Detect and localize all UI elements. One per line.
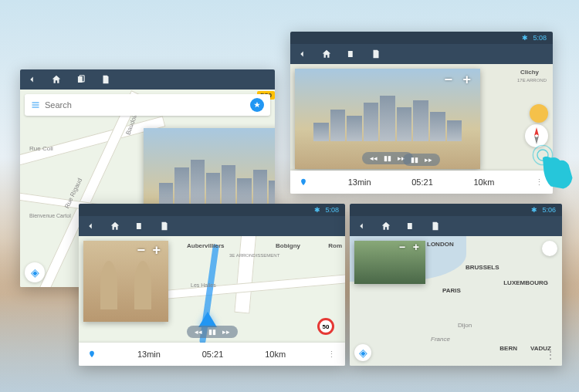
- next-icon[interactable]: ▸▸: [222, 328, 230, 336]
- place-label: France: [431, 336, 450, 343]
- media-controls[interactable]: ◂◂ ▮▮ ▸▸: [187, 326, 238, 338]
- zoom-out[interactable]: −: [137, 242, 145, 259]
- pin-icon: [300, 178, 307, 186]
- home-icon[interactable]: [321, 49, 332, 59]
- search-input[interactable]: [45, 100, 245, 110]
- nav-screen-europe: ✱ 5:06 LONDON BRUSSELS PARIS LUXEMBOURG …: [350, 204, 562, 366]
- place-label: Dijon: [458, 322, 472, 329]
- speed-limit: 50: [317, 318, 334, 335]
- play-icon[interactable]: ▮▮: [384, 154, 391, 162]
- distance: 10km: [265, 350, 286, 359]
- back-icon[interactable]: [356, 221, 367, 231]
- place-label: Aubervilliers: [187, 242, 224, 249]
- search-bar[interactable]: [25, 94, 270, 116]
- recent-icon[interactable]: [76, 74, 86, 85]
- navbar: [20, 69, 275, 90]
- status-bar: ✱ 5:08: [290, 32, 553, 44]
- bluetooth-icon: ✱: [314, 206, 320, 214]
- nav-screen-video: ✱ 5:08 Clichy 17E ARROND − + ◂◂: [290, 32, 553, 194]
- compass[interactable]: [542, 241, 557, 256]
- duration: 13min: [348, 177, 371, 187]
- duration: 13min: [137, 350, 161, 359]
- place-label: Bobigny: [276, 242, 300, 249]
- bluetooth-icon: ✱: [531, 206, 537, 214]
- pip-overlay[interactable]: − +: [354, 241, 425, 284]
- back-icon[interactable]: [26, 74, 37, 85]
- svg-rect-3: [137, 223, 141, 229]
- arr-label: 3E ARRONDISSEMENT: [229, 253, 279, 258]
- street-label: Rue Coli: [29, 145, 53, 152]
- clock: 5:08: [533, 34, 547, 42]
- arr-label: 17E ARROND: [517, 78, 547, 83]
- city-label: BRUSSELS: [466, 264, 499, 271]
- prev-icon[interactable]: ◂◂: [195, 328, 202, 336]
- map-view[interactable]: LONDON BRUSSELS PARIS LUXEMBOURG BERN VA…: [350, 236, 562, 366]
- zoom-out[interactable]: −: [444, 72, 452, 88]
- pip-overlay[interactable]: − + ◂◂ ▮▮ ▸▸: [295, 69, 480, 169]
- sd-icon[interactable]: [100, 74, 111, 85]
- media-controls-2[interactable]: ▮▮ ▸▸: [403, 154, 440, 166]
- home-icon[interactable]: [381, 221, 391, 231]
- recent-icon[interactable]: [134, 221, 145, 231]
- bookmark-button[interactable]: [250, 98, 264, 112]
- play-icon[interactable]: ▮▮: [411, 156, 418, 164]
- recent-icon[interactable]: [405, 221, 416, 231]
- hood-label: Les Halles: [191, 282, 216, 288]
- city-label: PARIS: [442, 287, 461, 294]
- eta: 05:21: [202, 350, 224, 359]
- svg-rect-2: [348, 51, 353, 57]
- city-label: LUXEMBOURG: [503, 279, 548, 286]
- sd-icon[interactable]: [371, 49, 381, 59]
- eta: 05:21: [411, 177, 433, 187]
- home-icon[interactable]: [51, 74, 62, 85]
- clock: 5:06: [542, 206, 556, 214]
- locate-button[interactable]: ◈: [354, 344, 371, 361]
- map-label: Bienvenue Cartol: [29, 213, 71, 218]
- bluetooth-icon: ✱: [522, 34, 528, 42]
- touch-hand-graphic: [527, 139, 579, 193]
- play-icon[interactable]: ▮▮: [208, 328, 216, 336]
- home-icon[interactable]: [110, 221, 120, 231]
- nav-bottom-bar: 13min 05:21 10km ⋮: [79, 343, 345, 366]
- city-label: LONDON: [427, 241, 454, 248]
- sd-icon[interactable]: [430, 221, 441, 231]
- place-label: Rom: [328, 242, 342, 249]
- zoom-out[interactable]: −: [399, 241, 405, 253]
- locate-button[interactable]: ◈: [25, 262, 45, 282]
- zoom-in[interactable]: +: [462, 72, 471, 88]
- navbar: [350, 216, 562, 236]
- status-bar: ✱ 5:06: [350, 204, 562, 216]
- nav-arrow: [198, 312, 217, 327]
- sd-icon[interactable]: [159, 221, 170, 231]
- menu-icon[interactable]: [31, 100, 40, 110]
- next-icon[interactable]: ▸▸: [425, 156, 432, 164]
- more-icon[interactable]: ⋮: [545, 349, 556, 361]
- nav-bottom-bar: 13min 05:21 10km ⋮: [290, 171, 553, 194]
- clock: 5:08: [325, 206, 339, 214]
- zoom-in[interactable]: +: [413, 241, 419, 253]
- suburb-label: Clichy: [520, 69, 539, 76]
- back-icon[interactable]: [85, 221, 96, 231]
- svg-rect-4: [408, 223, 412, 229]
- zoom-in[interactable]: +: [152, 242, 161, 259]
- pip-overlay[interactable]: − +: [83, 241, 168, 322]
- pin-icon: [88, 350, 96, 358]
- navbar: [290, 44, 553, 64]
- city-label: BERN: [499, 345, 517, 352]
- recent-icon[interactable]: [346, 49, 357, 59]
- prev-icon[interactable]: ◂◂: [370, 154, 378, 162]
- back-icon[interactable]: [296, 49, 307, 59]
- navbar: [79, 216, 345, 236]
- target-button[interactable]: [530, 104, 548, 123]
- nav-screen-route: ✱ 5:08 Aubervilliers Bobigny Rom 3E ARRO…: [79, 204, 345, 366]
- distance: 10km: [473, 177, 494, 187]
- more-icon[interactable]: ⋮: [327, 350, 336, 360]
- status-bar: ✱ 5:08: [79, 204, 345, 216]
